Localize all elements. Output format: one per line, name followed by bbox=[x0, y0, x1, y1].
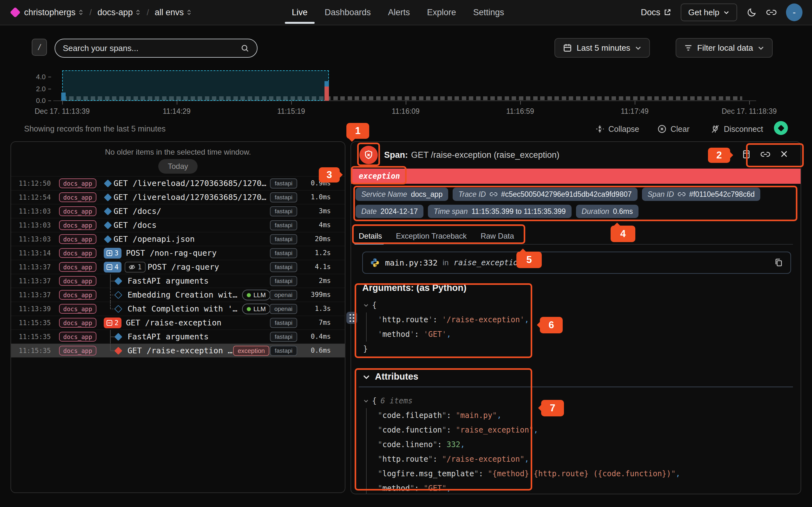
meta-value: 0.6ms bbox=[613, 207, 633, 216]
copy-icon[interactable] bbox=[774, 258, 783, 268]
nav-tab-settings[interactable]: Settings bbox=[473, 0, 504, 25]
attributes-heading-text: Attributes bbox=[375, 372, 418, 382]
logfire-logo-icon[interactable] bbox=[10, 7, 20, 18]
share-link-icon[interactable] bbox=[766, 7, 776, 17]
collapse-children-badge[interactable]: −2 bbox=[104, 318, 121, 328]
x-tick-mark bbox=[291, 101, 292, 105]
span-diamond-icon bbox=[104, 193, 112, 201]
source-in-word: in bbox=[443, 258, 449, 267]
llm-label: LLM bbox=[253, 291, 266, 299]
tab-exception-traceback[interactable]: Exception Traceback bbox=[396, 228, 467, 244]
span-diamond-icon bbox=[104, 235, 112, 243]
app-tag: docs_app bbox=[59, 220, 96, 230]
org-selector[interactable]: christophergs bbox=[24, 8, 84, 17]
tree-line bbox=[110, 302, 111, 309]
y-tick-label: 4.0 bbox=[28, 73, 46, 81]
list-item[interactable]: 11:13:37docs_appEmbedding Creation wit…L… bbox=[11, 288, 345, 302]
dark-mode-toggle-moon-icon[interactable] bbox=[747, 7, 757, 17]
collapse-button[interactable]: Collapse bbox=[595, 124, 639, 134]
list-item[interactable]: 11:15:35docs_app−2GET /raise-exceptionfa… bbox=[11, 316, 345, 330]
list-item[interactable]: 11:13:03docs_appGET /openapi.jsonfastapi… bbox=[11, 232, 345, 246]
code-line: "logfire.msg_template": "{method} {http.… bbox=[363, 466, 680, 481]
collapse-children-badge[interactable]: −4 bbox=[104, 262, 121, 273]
docs-link[interactable]: Docs bbox=[641, 8, 671, 17]
list-item[interactable]: 11:15:35docs_appGET /raise-exception …ex… bbox=[11, 343, 345, 357]
meta-badge-trace-id: Trace ID#c5ec5005042796e91d5db42ca9fd980… bbox=[453, 187, 637, 201]
app-tag: docs_app bbox=[59, 192, 96, 202]
exception-shield-icon bbox=[359, 146, 378, 164]
x-tick-mark bbox=[520, 101, 521, 105]
exception-banner: exception bbox=[351, 169, 801, 184]
time-range-button[interactable]: Last 5 minutes bbox=[554, 38, 650, 58]
code-line: {6 items bbox=[363, 394, 680, 408]
attributes-code[interactable]: {6 items"code.filepath": "main.py","code… bbox=[363, 394, 680, 494]
get-help-button[interactable]: Get help bbox=[681, 3, 737, 21]
chevron-down-icon bbox=[757, 44, 764, 51]
list-item[interactable]: 11:13:37docs_appFastAPI argumentsfastapi… bbox=[11, 274, 345, 288]
row-time: 11:13:37 bbox=[19, 263, 51, 271]
nav-tab-explore[interactable]: Explore bbox=[427, 0, 456, 25]
code-line: "http.route": "/raise-exception", bbox=[363, 452, 680, 466]
row-duration: 2ms bbox=[287, 277, 331, 285]
list-item[interactable]: 11:12:50docs_appGET /livereload/12703636… bbox=[11, 176, 345, 190]
app-tag: docs_app bbox=[59, 346, 96, 355]
nav-tab-alerts[interactable]: Alerts bbox=[388, 0, 410, 25]
time-selection-window[interactable] bbox=[62, 70, 329, 101]
tab-details[interactable]: Details bbox=[359, 228, 382, 244]
project-name: docs-app bbox=[97, 8, 133, 17]
close-icon[interactable] bbox=[780, 150, 789, 158]
list-item[interactable]: 11:15:35docs_appFastAPI argumentsfastapi… bbox=[11, 330, 345, 343]
dock-panel-icon[interactable] bbox=[742, 150, 751, 159]
row-time: 11:15:35 bbox=[19, 319, 51, 327]
disconnect-button[interactable]: Disconnect bbox=[711, 124, 763, 134]
plus-minus-icon: + bbox=[107, 250, 112, 256]
link-icon[interactable] bbox=[678, 190, 686, 198]
attributes-heading[interactable]: Attributes bbox=[362, 372, 418, 382]
env-selector[interactable]: all envs bbox=[155, 8, 192, 17]
nav-tab-live[interactable]: Live bbox=[292, 0, 308, 25]
today-button[interactable]: Today bbox=[158, 159, 198, 174]
row-time: 11:13:37 bbox=[19, 291, 51, 299]
docs-label: Docs bbox=[641, 8, 660, 17]
copy-link-icon[interactable] bbox=[761, 150, 770, 159]
y-tick-mark bbox=[48, 89, 51, 89]
annotation-label-7: 7 bbox=[541, 400, 564, 416]
app-tag: docs_app bbox=[59, 304, 96, 314]
user-avatar[interactable]: - bbox=[786, 3, 803, 21]
code-fold-guide bbox=[366, 408, 367, 494]
row-time: 11:12:54 bbox=[19, 193, 51, 201]
span-name: Embedding Creation wit… bbox=[128, 290, 237, 299]
list-item[interactable]: 11:13:37docs_app−41POST /rag-queryfastap… bbox=[11, 260, 345, 274]
search-input[interactable] bbox=[63, 43, 241, 53]
panel-resize-handle[interactable] bbox=[346, 312, 357, 324]
project-selector[interactable]: docs-app bbox=[97, 8, 141, 17]
list-item[interactable]: 11:13:03docs_appGET /docsfastapi4ms bbox=[11, 218, 345, 232]
filter-local-data-button[interactable]: Filter local data bbox=[676, 38, 773, 58]
span-name: GET /raise-exception … bbox=[128, 346, 233, 355]
live-status-indicator[interactable] bbox=[774, 121, 788, 135]
clear-button[interactable]: Clear bbox=[657, 124, 690, 134]
arguments-code[interactable]: {'http.route': '/raise-exception','metho… bbox=[363, 298, 529, 356]
chevron-down-icon bbox=[362, 373, 370, 381]
span-title-text: GET /raise-exception (raise_exception) bbox=[411, 150, 560, 160]
nav-tab-dashboards[interactable]: Dashboards bbox=[325, 0, 371, 25]
row-time: 11:13:37 bbox=[19, 277, 51, 285]
expand-children-badge[interactable]: +3 bbox=[104, 248, 121, 259]
row-time: 11:13:03 bbox=[19, 208, 51, 215]
list-item[interactable]: 11:13:39docs_appChat Completion with '…L… bbox=[11, 302, 345, 316]
span-diamond-icon bbox=[104, 221, 112, 229]
list-item[interactable]: 11:12:54docs_appGET /livereload/12703636… bbox=[11, 190, 345, 204]
row-time: 11:15:35 bbox=[19, 347, 51, 354]
link-icon[interactable] bbox=[490, 190, 497, 198]
python-icon bbox=[370, 258, 380, 268]
meta-badge-time-span: Time span11:15:35.399 to 11:15:35.399 bbox=[428, 205, 571, 218]
app-tag: docs_app bbox=[59, 318, 96, 328]
list-item[interactable]: 11:13:03docs_appGET /docs/fastapi3ms bbox=[11, 204, 345, 218]
list-item[interactable]: 11:13:14docs_app+3POST /non-rag-queryfas… bbox=[11, 246, 345, 260]
source-file[interactable]: main.py:332 bbox=[385, 258, 438, 268]
collapse-label: Collapse bbox=[608, 124, 639, 134]
tab-raw-data[interactable]: Raw Data bbox=[480, 228, 514, 244]
annotation-label-4: 4 bbox=[611, 226, 635, 242]
clear-label: Clear bbox=[670, 124, 690, 134]
hidden-spans-badge[interactable]: 1 bbox=[125, 262, 146, 273]
